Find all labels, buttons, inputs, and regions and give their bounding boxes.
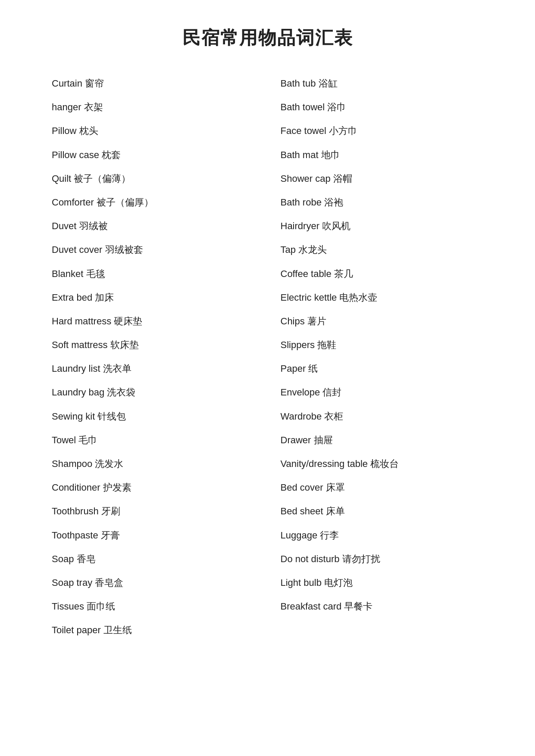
english-term: Bath robe — [281, 197, 322, 208]
chinese-term: 面巾纸 — [87, 601, 115, 612]
list-item: Duvet 羽绒被 — [52, 214, 255, 238]
chinese-term: 抽屉 — [314, 435, 333, 445]
list-item: Light bulb 电灯泡 — [281, 571, 484, 594]
chinese-term: 洗衣单 — [103, 363, 131, 374]
list-item: Bed cover 床罩 — [281, 476, 484, 499]
chinese-term: 枕套 — [102, 149, 121, 160]
list-item: Curtain 窗帘 — [52, 72, 255, 95]
english-term: Luggage — [281, 530, 318, 541]
english-term: Quilt — [52, 173, 71, 184]
list-item: Soap 香皂 — [52, 547, 255, 571]
chinese-term: 信封 — [322, 387, 341, 398]
chinese-term: 梳妆台 — [370, 458, 399, 469]
chinese-term: 浴袍 — [324, 197, 343, 208]
list-item: Envelope 信封 — [281, 380, 484, 404]
chinese-term: 羽绒被套 — [105, 244, 143, 255]
english-term: Soap — [52, 554, 74, 564]
english-term: Pillow — [52, 125, 76, 136]
english-term: Toilet paper — [52, 625, 101, 635]
chinese-term: 洗衣袋 — [107, 387, 135, 398]
chinese-term: 请勿打扰 — [342, 554, 380, 564]
chinese-term: 衣柜 — [324, 411, 343, 422]
list-item: Quilt 被子（偏薄） — [52, 167, 255, 190]
english-term: Breakfast card — [281, 601, 342, 612]
chinese-term: 茶几 — [334, 268, 353, 279]
list-item: Duvet cover 羽绒被套 — [52, 238, 255, 261]
left-column: Curtain 窗帘hanger 衣架Pillow 枕头Pillow case … — [52, 72, 255, 642]
english-term: Slippers — [281, 339, 315, 350]
english-term: Bed sheet — [281, 506, 323, 516]
chinese-term: 香皂 — [77, 554, 96, 564]
chinese-term: 枕头 — [79, 125, 98, 136]
chinese-term: 小方巾 — [329, 125, 357, 136]
list-item: Toothbrush 牙刷 — [52, 499, 255, 523]
list-item: Pillow case 枕套 — [52, 143, 255, 167]
chinese-term: 浴巾 — [327, 102, 346, 112]
chinese-term: 电热水壶 — [339, 292, 377, 303]
chinese-term: 羽绒被 — [79, 221, 108, 231]
list-item: Electric kettle 电热水壶 — [281, 286, 484, 309]
english-term: Shower cap — [281, 173, 331, 184]
chinese-term: 牙刷 — [101, 506, 120, 516]
english-term: Blanket — [52, 268, 83, 279]
chinese-term: 行李 — [320, 530, 339, 541]
list-item: Coffee table 茶几 — [281, 262, 484, 286]
english-term: Towel — [52, 435, 76, 445]
list-item: Breakfast card 早餐卡 — [281, 594, 484, 618]
list-item: Conditioner 护发素 — [52, 476, 255, 499]
list-item: Toothpaste 牙膏 — [52, 523, 255, 547]
list-item: Blanket 毛毯 — [52, 262, 255, 286]
english-term: Envelope — [281, 387, 320, 398]
english-term: Bath tub — [281, 78, 316, 89]
english-term: Curtain — [52, 78, 82, 89]
list-item: Chips 薯片 — [281, 309, 484, 333]
right-column: Bath tub 浴缸Bath towel 浴巾Face towel 小方巾Ba… — [281, 72, 484, 642]
list-item: Bath towel 浴巾 — [281, 95, 484, 119]
english-term: Duvet cover — [52, 244, 102, 255]
chinese-term: 地巾 — [321, 149, 340, 160]
chinese-term: 香皂盒 — [95, 577, 123, 588]
chinese-term: 吹风机 — [322, 221, 350, 231]
english-term: Comforter — [52, 197, 94, 208]
list-item: Sewing kit 针线包 — [52, 404, 255, 428]
list-item: Tissues 面巾纸 — [52, 594, 255, 618]
chinese-term: 牙膏 — [101, 530, 120, 541]
chinese-term: 早餐卡 — [344, 601, 372, 612]
english-term: Light bulb — [281, 577, 322, 588]
chinese-term: 床单 — [326, 506, 345, 516]
english-term: Do not disturb — [281, 554, 340, 564]
list-item: Hard mattress 硬床垫 — [52, 309, 255, 333]
list-item: Comforter 被子（偏厚） — [52, 190, 255, 214]
list-item: Drawer 抽屉 — [281, 428, 484, 452]
list-item: Bath mat 地巾 — [281, 143, 484, 167]
english-term: Laundry bag — [52, 387, 104, 398]
chinese-term: 纸 — [308, 363, 318, 374]
english-term: Bath towel — [281, 102, 325, 112]
chinese-term: 硬床垫 — [114, 316, 142, 327]
english-term: Laundry list — [52, 363, 100, 374]
english-term: hanger — [52, 102, 81, 112]
chinese-term: 水龙头 — [298, 244, 327, 255]
english-term: Tissues — [52, 601, 84, 612]
english-term: Shampoo — [52, 458, 92, 469]
list-item: Shampoo 洗发水 — [52, 452, 255, 476]
english-term: Vanity/dressing table — [281, 458, 368, 469]
chinese-term: 卫生纸 — [103, 625, 132, 635]
list-item: Paper 纸 — [281, 357, 484, 380]
chinese-term: 被子（偏薄） — [74, 173, 131, 184]
chinese-term: 被子（偏厚） — [97, 197, 153, 208]
list-item: Bed sheet 床单 — [281, 499, 484, 523]
chinese-term: 护发素 — [103, 482, 131, 493]
list-item: Tap 水龙头 — [281, 238, 484, 261]
chinese-term: 窗帘 — [85, 78, 104, 89]
list-item: Bath tub 浴缸 — [281, 72, 484, 95]
english-term: Toothbrush — [52, 506, 99, 516]
english-term: Sewing kit — [52, 411, 95, 422]
list-item: Luggage 行李 — [281, 523, 484, 547]
english-term: Soap tray — [52, 577, 92, 588]
chinese-term: 洗发水 — [95, 458, 123, 469]
english-term: Toothpaste — [52, 530, 98, 541]
chinese-term: 加床 — [95, 292, 114, 303]
list-item: Slippers 拖鞋 — [281, 333, 484, 357]
english-term: Hard mattress — [52, 316, 111, 327]
